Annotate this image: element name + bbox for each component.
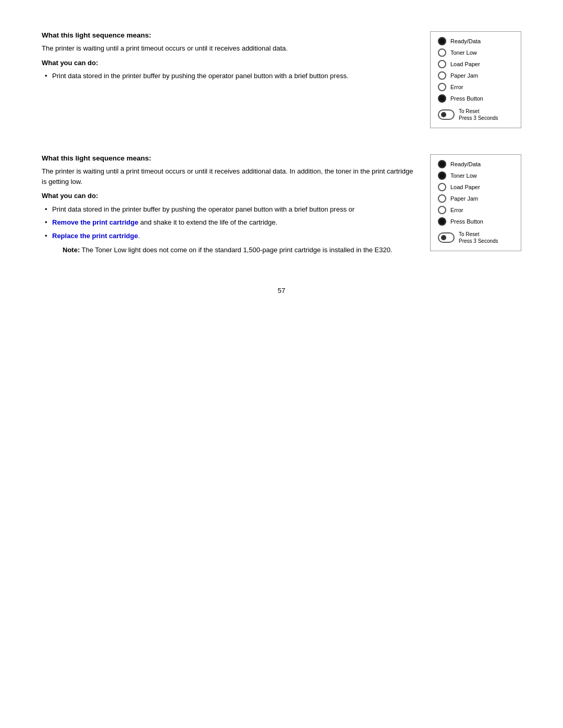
section-1-heading: What this light sequence means: (42, 31, 414, 39)
led-row-press-btn-1: Press Button (438, 94, 513, 103)
led-label-ready-data-1: Ready/Data (450, 38, 481, 44)
remove-cartridge-link: Remove the print cartridge (52, 218, 138, 226)
led-toner-low-1 (438, 48, 446, 57)
led-row-paper-jam-1: Paper Jam (438, 71, 513, 80)
led-label-toner-low-1: Toner Low (450, 50, 477, 56)
led-press-button-1 (438, 94, 446, 103)
reset-label-2: To Reset Press 3 Seconds (459, 231, 498, 244)
section-2: What this light sequence means: The prin… (42, 154, 521, 255)
led-row-error-1: Error (438, 83, 513, 91)
led-row-toner-1: Toner Low (438, 48, 513, 57)
led-label-ready-data-2: Ready/Data (450, 161, 481, 167)
led-label-error-1: Error (450, 84, 463, 90)
led-label-toner-low-2: Toner Low (450, 172, 477, 179)
section-1-bullet-1: Print data stored in the printer buffer … (42, 71, 414, 81)
section-1-content: What this light sequence means: The prin… (42, 31, 414, 128)
led-ready-data-1 (438, 37, 446, 45)
page-number: 57 (42, 287, 521, 294)
section-1-bullets: Print data stored in the printer buffer … (42, 71, 414, 81)
led-toner-low-2 (438, 171, 446, 180)
led-row-load-paper-2: Load Paper (438, 183, 513, 191)
replace-cartridge-link: Replace the print cartridge (52, 232, 138, 240)
led-ready-data-2 (438, 160, 446, 168)
section-1-panel: Ready/Data Toner Low Load Paper Paper Ja… (430, 31, 521, 128)
section-2-bullet-1: Print data stored in the printer buffer … (42, 204, 414, 215)
section-2-heading: What this light sequence means: (42, 154, 414, 162)
section-1-body: The printer is waiting until a print tim… (42, 43, 414, 54)
led-row-error-2: Error (438, 206, 513, 214)
led-paper-jam-1 (438, 71, 446, 80)
section-1-diagram: Ready/Data Toner Low Load Paper Paper Ja… (430, 31, 521, 128)
led-press-button-2 (438, 217, 446, 226)
led-label-paper-jam-1: Paper Jam (450, 72, 478, 79)
led-row-ready-2: Ready/Data (438, 160, 513, 168)
section-2-content: What this light sequence means: The prin… (42, 154, 414, 255)
section-2-bullets: Print data stored in the printer buffer … (42, 204, 414, 241)
led-row-load-paper-1: Load Paper (438, 60, 513, 68)
led-row-ready-1: Ready/Data (438, 37, 513, 45)
reset-button-shape-2 (438, 232, 455, 243)
section-2-panel: Ready/Data Toner Low Load Paper Paper Ja… (430, 154, 521, 251)
reset-row-2: To Reset Press 3 Seconds (438, 231, 513, 244)
section-2-what-you-can-do: What you can do: (42, 191, 414, 201)
led-load-paper-2 (438, 183, 446, 191)
reset-label-1: To Reset Press 3 Seconds (459, 108, 498, 121)
led-row-toner-2: Toner Low (438, 171, 513, 180)
led-load-paper-1 (438, 60, 446, 68)
led-row-press-btn-2: Press Button (438, 217, 513, 226)
led-label-load-paper-2: Load Paper (450, 184, 480, 190)
section-2-body: The printer is waiting until a print tim… (42, 166, 414, 187)
section-2-bullet-2: Remove the print cartridge and shake it … (42, 217, 414, 228)
section-2-note: Note: The Toner Low light does not come … (63, 245, 414, 255)
led-paper-jam-2 (438, 194, 446, 203)
led-label-press-button-1: Press Button (450, 95, 483, 102)
section-1: What this light sequence means: The prin… (42, 31, 521, 128)
led-label-error-2: Error (450, 207, 463, 213)
led-error-1 (438, 83, 446, 91)
led-label-paper-jam-2: Paper Jam (450, 195, 478, 202)
reset-button-shape-1 (438, 109, 455, 120)
section-2-bullet-3: Replace the print cartridge. (42, 231, 414, 241)
section-1-what-you-can-do: What you can do: (42, 58, 414, 68)
led-error-2 (438, 206, 446, 214)
reset-row-1: To Reset Press 3 Seconds (438, 108, 513, 121)
led-row-paper-jam-2: Paper Jam (438, 194, 513, 203)
section-2-diagram: Ready/Data Toner Low Load Paper Paper Ja… (430, 154, 521, 255)
led-label-load-paper-1: Load Paper (450, 61, 480, 67)
led-label-press-button-2: Press Button (450, 218, 483, 225)
